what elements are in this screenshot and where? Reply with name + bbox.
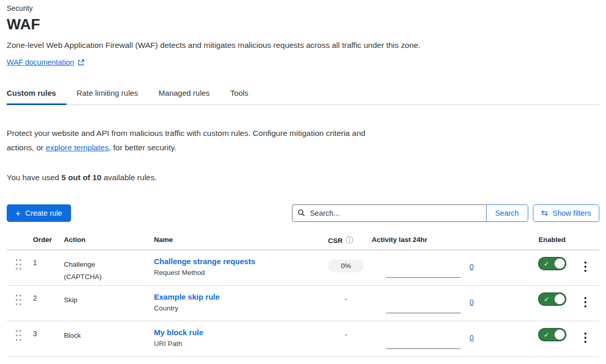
- activity-sparkline: [386, 277, 461, 278]
- header-order: Order: [26, 236, 57, 245]
- activity-sparkline: [386, 348, 461, 349]
- row-menu-button[interactable]: [580, 260, 591, 273]
- rule-field: Request Method: [154, 269, 321, 276]
- rule-enabled-cell: ✓: [530, 250, 572, 285]
- rule-menu-cell: [572, 286, 599, 321]
- intro-paragraph: Protect your website and API from malici…: [7, 126, 390, 154]
- waf-documentation-link[interactable]: WAF documentation: [7, 58, 84, 66]
- table-row: 3 Block My block rule URI Path - 0 ✓: [7, 321, 599, 357]
- drag-handle[interactable]: [7, 321, 26, 356]
- tab-managed-rules[interactable]: Managed rules: [159, 89, 220, 105]
- rule-name-link[interactable]: Challenge strange requests: [154, 257, 255, 266]
- rule-csr-cell: 0%: [321, 250, 372, 285]
- explore-templates-link[interactable]: explore templates: [46, 143, 109, 152]
- rule-order: 2: [26, 286, 57, 321]
- row-menu-button[interactable]: [580, 296, 591, 309]
- waf-page: Security WAF Zone-level Web Application …: [0, 4, 606, 357]
- check-icon: ✓: [544, 260, 549, 268]
- rules-toolbar: + Create rule Search ⇆ Show filt: [7, 204, 599, 222]
- custom-rules-table: Order Action Name CSR ⓘ Activity last 24…: [7, 236, 599, 357]
- rule-csr-cell: -: [321, 321, 372, 356]
- rule-field: Country: [154, 304, 321, 312]
- toggle-knob: [555, 294, 565, 304]
- search-button[interactable]: Search: [486, 204, 528, 222]
- toggle-knob: [555, 258, 565, 269]
- rule-order: 3: [26, 321, 57, 356]
- show-filters-label: Show filters: [552, 209, 591, 217]
- activity-count-link[interactable]: 0: [470, 298, 474, 306]
- intro-text-after: , for better security.: [109, 143, 177, 152]
- show-filters-button[interactable]: ⇆ Show filters: [533, 204, 599, 222]
- header-csr: CSR ⓘ: [321, 236, 372, 245]
- header-menu: [572, 236, 599, 245]
- doc-link-label: WAF documentation: [7, 58, 74, 66]
- external-link-icon: [78, 59, 84, 66]
- rule-name-link[interactable]: My block rule: [154, 328, 203, 337]
- header-action: Action: [57, 236, 147, 245]
- tab-custom-rules[interactable]: Custom rules: [7, 89, 66, 105]
- row-menu-button[interactable]: [580, 331, 591, 344]
- check-icon: ✓: [544, 331, 549, 339]
- enabled-toggle[interactable]: ✓: [538, 257, 566, 270]
- enabled-toggle[interactable]: ✓: [538, 328, 566, 341]
- table-row: 1 Challenge (CAPTCHA) Challenge strange …: [7, 250, 599, 286]
- activity-count-link[interactable]: 0: [470, 263, 474, 271]
- rule-menu-cell: [572, 250, 599, 285]
- table-row: 2 Skip Example skip rule Country - 0 ✓: [7, 286, 599, 321]
- create-rule-label: Create rule: [25, 209, 62, 217]
- plus-icon: +: [15, 209, 21, 218]
- rule-name-cell: Challenge strange requests Request Metho…: [147, 250, 321, 285]
- rule-csr-cell: -: [321, 286, 372, 321]
- page-description: Zone-level Web Application Firewall (WAF…: [7, 41, 599, 50]
- check-icon: ✓: [544, 296, 549, 303]
- usage-line: You have used 5 out of 10 available rule…: [7, 173, 599, 182]
- waf-tabs: Custom rules Rate limiting rules Managed…: [7, 89, 599, 105]
- swap-arrows-icon: ⇆: [541, 209, 548, 217]
- breadcrumb: Security: [7, 4, 599, 12]
- activity-sparkline: [386, 313, 461, 314]
- header-name: Name: [147, 236, 321, 245]
- usage-prefix: You have used: [7, 173, 61, 182]
- rule-name-cell: Example skip rule Country: [147, 286, 321, 321]
- search-group: Search: [292, 204, 528, 222]
- drag-handle[interactable]: [7, 286, 26, 321]
- rule-action: Challenge (CAPTCHA): [57, 250, 147, 285]
- usage-count: 5 out of 10: [61, 173, 101, 182]
- create-rule-button[interactable]: + Create rule: [7, 204, 71, 222]
- header-drag: [7, 236, 26, 245]
- rule-field: URI Path: [154, 340, 321, 348]
- header-enabled: Enabled: [530, 236, 572, 245]
- activity-count-link[interactable]: 0: [470, 334, 474, 342]
- rule-enabled-cell: ✓: [530, 321, 572, 356]
- rule-enabled-cell: ✓: [530, 286, 572, 321]
- search-icon: [298, 209, 305, 219]
- tab-tools[interactable]: Tools: [230, 89, 258, 105]
- csr-badge: 0%: [328, 259, 364, 272]
- table-header-row: Order Action Name CSR ⓘ Activity last 24…: [7, 236, 599, 250]
- tab-rate-limiting-rules[interactable]: Rate limiting rules: [77, 89, 148, 105]
- usage-suffix: available rules.: [101, 173, 157, 182]
- csr-value: -: [328, 331, 364, 339]
- rule-activity-cell: 0: [372, 321, 530, 356]
- rule-order: 1: [26, 250, 57, 285]
- header-activity: Activity last 24hr: [372, 236, 530, 245]
- rule-action: Skip: [57, 286, 147, 321]
- rule-name-cell: My block rule URI Path: [147, 321, 321, 356]
- search-input[interactable]: [292, 204, 486, 222]
- rule-activity-cell: 0: [372, 250, 530, 285]
- rule-menu-cell: [572, 321, 599, 356]
- enabled-toggle[interactable]: ✓: [538, 292, 566, 306]
- rule-activity-cell: 0: [372, 286, 530, 321]
- rule-name-link[interactable]: Example skip rule: [154, 292, 220, 301]
- header-csr-label: CSR: [328, 237, 343, 245]
- page-title: WAF: [7, 16, 599, 33]
- toggle-knob: [555, 330, 565, 340]
- rule-action: Block: [57, 321, 147, 356]
- drag-handle[interactable]: [7, 250, 26, 285]
- csr-value: -: [328, 295, 364, 303]
- info-icon[interactable]: ⓘ: [346, 236, 353, 245]
